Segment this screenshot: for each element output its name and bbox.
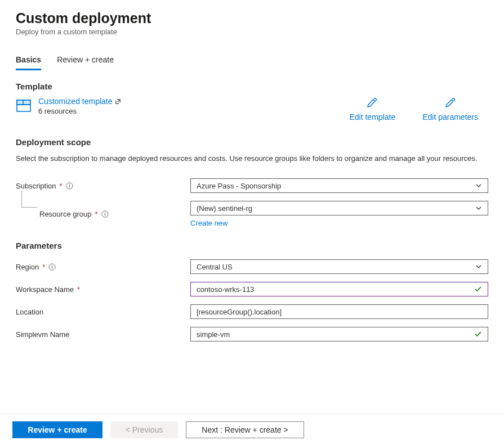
subscription-select[interactable]: Azure Pass - Sponsorship <box>190 178 488 193</box>
parameters-heading: Parameters <box>16 241 488 250</box>
required-asterisk: * <box>77 285 80 294</box>
info-icon[interactable] <box>101 210 109 218</box>
edit-template-button[interactable]: Edit template <box>349 97 395 122</box>
chevron-down-icon <box>475 263 482 270</box>
subscription-value: Azure Pass - Sponsorship <box>197 182 475 190</box>
review-create-button[interactable]: Review + create <box>12 421 102 438</box>
info-icon[interactable] <box>48 263 56 271</box>
simplevm-name-input[interactable]: simple-vm <box>190 327 488 341</box>
pencil-icon <box>367 97 378 108</box>
region-value: Central US <box>197 263 475 271</box>
chevron-down-icon <box>475 205 482 212</box>
indent-connector <box>21 191 37 208</box>
simplevm-name-label: Simplevm Name <box>16 330 190 339</box>
external-link-icon <box>115 98 121 105</box>
tabs: Basics Review + create <box>16 55 488 70</box>
workspace-name-label: Workspace Name * <box>16 285 190 294</box>
workspace-name-input[interactable]: contoso-wrks-113 <box>190 282 488 296</box>
required-asterisk: * <box>60 182 63 190</box>
tab-basics[interactable]: Basics <box>16 55 41 70</box>
simplevm-name-value: simple-vm <box>197 330 474 339</box>
footer: Review + create < Previous Next : Review… <box>0 413 504 445</box>
location-value: [resourceGroup().location] <box>197 308 482 316</box>
check-icon <box>474 285 482 293</box>
check-icon <box>474 330 482 338</box>
simplevm-name-label-text: Simplevm Name <box>16 330 69 339</box>
workspace-name-label-text: Workspace Name <box>16 285 74 294</box>
customized-template-text: Customized template <box>38 97 113 106</box>
info-icon[interactable] <box>66 182 73 190</box>
deployment-scope-heading: Deployment scope <box>16 137 488 147</box>
required-asterisk: * <box>95 210 98 218</box>
subscription-label-text: Subscription <box>16 182 56 190</box>
svg-rect-1 <box>17 100 30 105</box>
tab-review-create[interactable]: Review + create <box>57 55 114 70</box>
subscription-label: Subscription * <box>16 182 190 190</box>
pencil-icon <box>445 97 456 108</box>
next-button[interactable]: Next : Review + create > <box>186 421 304 438</box>
create-new-link[interactable]: Create new <box>190 219 228 227</box>
workspace-name-value: contoso-wrks-113 <box>197 285 474 294</box>
svg-point-8 <box>104 212 105 213</box>
svg-point-5 <box>69 184 69 185</box>
page-subtitle: Deploy from a custom template <box>16 28 488 36</box>
edit-parameters-label: Edit parameters <box>422 113 478 122</box>
resource-group-label: Resource group * <box>39 210 190 218</box>
svg-rect-12 <box>52 266 52 268</box>
deployment-scope-description: Select the subscription to manage deploy… <box>16 154 478 164</box>
previous-button: < Previous <box>110 421 178 438</box>
svg-rect-6 <box>69 185 70 187</box>
location-label-text: Location <box>16 308 43 316</box>
resource-group-value: (New) sentinel-rg <box>197 204 475 213</box>
template-resources: 6 resources <box>38 107 121 115</box>
page-title: Custom deployment <box>16 10 488 26</box>
region-label: Region * <box>16 263 190 271</box>
required-asterisk: * <box>42 263 45 271</box>
svg-rect-9 <box>105 214 105 216</box>
location-input[interactable]: [resourceGroup().location] <box>190 304 488 319</box>
customized-template-link[interactable]: Customized template <box>38 97 121 106</box>
edit-template-label: Edit template <box>349 113 395 122</box>
resource-group-select[interactable]: (New) sentinel-rg <box>190 201 488 215</box>
template-heading: Template <box>16 82 488 91</box>
region-select[interactable]: Central US <box>190 259 488 274</box>
template-icon <box>16 98 32 114</box>
chevron-down-icon <box>475 182 482 189</box>
region-label-text: Region <box>16 263 39 271</box>
location-label: Location <box>16 308 190 316</box>
svg-point-11 <box>52 265 52 266</box>
resource-group-label-text: Resource group <box>39 210 92 218</box>
edit-parameters-button[interactable]: Edit parameters <box>422 97 478 122</box>
